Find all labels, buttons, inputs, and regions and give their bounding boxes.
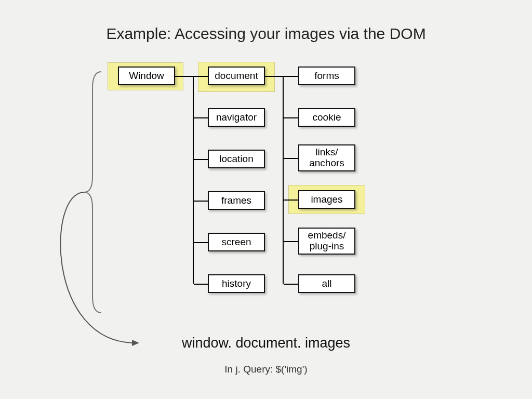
conn-s-loc	[194, 159, 208, 160]
jquery-note: In j. Query: $('img')	[0, 364, 532, 375]
node-window: Window	[118, 66, 175, 85]
conn-s-images	[284, 200, 298, 201]
node-document: document	[208, 66, 265, 85]
node-images: images	[298, 190, 355, 209]
conn-s-cookie	[284, 117, 298, 118]
node-cookie: cookie	[298, 108, 355, 127]
conn-s-scr	[194, 242, 208, 243]
conn-s-forms	[284, 76, 298, 77]
node-embeds: embeds/ plug-ins	[298, 228, 355, 255]
node-location: location	[208, 150, 265, 168]
conn-h-document	[265, 76, 284, 77]
conn-s-links	[284, 158, 298, 159]
node-all: all	[298, 274, 355, 293]
node-navigator: navigator	[208, 108, 265, 127]
conn-s-frm	[194, 201, 208, 202]
conn-s-embeds	[284, 241, 298, 242]
node-links: links/ anchors	[298, 144, 355, 171]
dom-diagram: Window document navigator location frame…	[91, 62, 413, 317]
result-path: window. document. images	[0, 335, 532, 351]
conn-s-doc	[194, 76, 208, 77]
conn-s-nav	[194, 117, 208, 118]
node-frames: frames	[208, 191, 265, 210]
conn-s-his	[194, 284, 208, 285]
node-screen: screen	[208, 233, 265, 251]
node-forms: forms	[298, 66, 355, 85]
conn-v-trunk1	[193, 76, 194, 284]
page-title: Example: Accessing your images via the D…	[0, 25, 532, 43]
conn-s-all	[284, 284, 298, 285]
node-history: history	[208, 274, 265, 293]
conn-h-window	[175, 76, 194, 77]
conn-v-trunk2	[283, 76, 284, 284]
